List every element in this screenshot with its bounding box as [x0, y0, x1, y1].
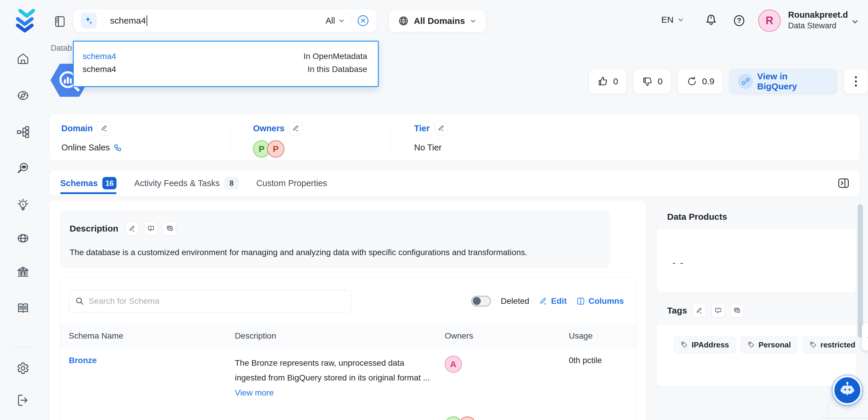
suggestion-label[interactable]: schema4 [83, 65, 116, 74]
tab-schemas[interactable]: Schemas 16 [60, 171, 117, 196]
schema-search-box[interactable] [69, 290, 352, 312]
sidebar-toggle-icon[interactable] [53, 15, 67, 28]
schema-search-input[interactable] [89, 296, 345, 306]
upvote-button[interactable]: 0 [589, 69, 627, 94]
kebab-menu-icon [854, 76, 858, 87]
search-scope-dropdown[interactable]: All [326, 16, 345, 26]
suggestion-item[interactable]: schema4 In OpenMetadata [83, 50, 367, 63]
tier-label: Tier [414, 124, 430, 133]
view-more-link[interactable]: View more [235, 386, 444, 400]
chevron-down-icon [469, 18, 476, 25]
clear-search-icon[interactable] [357, 15, 369, 27]
owners-section: Owners P P [253, 121, 303, 157]
tab-count-badge: 8 [224, 177, 239, 189]
search-input[interactable]: schema4 [110, 16, 147, 26]
tab-activity-feeds[interactable]: Activity Feeds & Tasks 8 [134, 171, 239, 196]
edit-domain-button[interactable] [97, 121, 111, 135]
pencil-icon [539, 297, 548, 305]
nav-settings-icon[interactable] [16, 362, 30, 375]
view-in-bigquery-button[interactable]: View in BigQuery [730, 69, 837, 94]
tab-custom-properties[interactable]: Custom Properties [256, 171, 327, 196]
tag-chip[interactable]: IPAddress [674, 336, 736, 353]
request-tags-icon[interactable]: ? [711, 304, 725, 318]
user-role: Data Steward [788, 21, 848, 31]
description-text: The database is a customized environment… [70, 248, 600, 257]
svg-text:?: ? [737, 17, 741, 25]
nav-domains-icon[interactable] [16, 232, 30, 245]
conversation-threads-icon[interactable] [163, 222, 177, 235]
user-avatar[interactable]: R [758, 9, 781, 32]
nav-explore-icon[interactable] [16, 89, 30, 102]
nav-observability-icon[interactable] [16, 162, 30, 175]
column-header[interactable]: Schema Name [60, 324, 235, 348]
columns-button[interactable]: Columns [577, 296, 624, 306]
edit-owners-button[interactable] [289, 121, 303, 135]
collapse-right-panel-icon[interactable] [837, 176, 850, 190]
tier-value: No Tier [414, 143, 448, 152]
tag-icon [747, 341, 755, 349]
text-caret [147, 16, 147, 26]
suggestion-scope: In OpenMetadata [304, 52, 367, 61]
chatbot-button[interactable] [833, 376, 862, 404]
external-link-icon [738, 74, 753, 89]
nav-insights-icon[interactable] [16, 198, 30, 212]
tag-chip[interactable]: restricted [803, 336, 856, 353]
breadcrumb[interactable]: Datab [51, 44, 72, 53]
openmetadata-logo-icon[interactable] [15, 8, 36, 32]
chevron-down-icon [338, 17, 345, 24]
nav-logout-icon[interactable] [16, 393, 30, 407]
user-name: Rounakpreet.d [788, 9, 848, 21]
score-button[interactable]: 0.9 [678, 69, 723, 94]
column-header[interactable]: Description [235, 324, 444, 348]
language-selector[interactable]: EN [661, 15, 684, 25]
edit-table-button[interactable]: Edit [539, 296, 566, 306]
owner-avatar[interactable]: P [267, 140, 284, 157]
owner-avatar[interactable]: A [445, 356, 462, 373]
tags-conversation-icon[interactable] [730, 304, 744, 318]
suggestion-item[interactable]: schema4 In this Database [83, 63, 367, 76]
tags-card: Tags ? IPAddress Personal restricted [656, 296, 856, 386]
refresh-icon [686, 76, 698, 87]
pencil-icon [696, 307, 703, 314]
downvote-button[interactable]: 0 [633, 69, 671, 94]
nav-govern-icon[interactable] [16, 266, 30, 279]
owner-avatar[interactable]: P [445, 417, 462, 420]
edit-tags-button[interactable] [692, 304, 706, 318]
edit-description-button[interactable] [125, 222, 139, 235]
column-header[interactable]: Usage [569, 324, 637, 348]
column-header[interactable]: Owners [445, 324, 569, 348]
all-domains-dropdown[interactable]: All Domains [389, 10, 486, 32]
schemas-panel: Description The database is a customized… [50, 201, 646, 420]
meta-divider [230, 122, 231, 153]
more-options-button[interactable] [843, 69, 868, 94]
user-menu-chevron-icon[interactable] [850, 17, 860, 26]
entity-tabs: Schemas 16 Activity Feeds & Tasks 8 Cust… [50, 171, 860, 196]
schemas-table: Schema Name Description Owners Usage Bro… [60, 324, 637, 420]
comment-icon[interactable] [144, 222, 158, 235]
global-search-bar[interactable]: schema4 All [73, 9, 377, 32]
tag-icon [680, 341, 688, 349]
svg-text:?: ? [717, 308, 719, 311]
suggestion-label[interactable]: schema4 [83, 52, 116, 61]
help-icon[interactable]: ? [732, 13, 746, 28]
nav-lineage-icon[interactable] [16, 125, 30, 139]
description-card: Description The database is a customized… [60, 210, 610, 268]
chevron-down-icon [677, 16, 684, 23]
data-products-title: Data Products [667, 212, 727, 222]
edit-tier-button[interactable] [434, 121, 448, 135]
tag-chip[interactable]: Personal [741, 336, 798, 353]
suggestion-scope: In this Database [308, 65, 367, 74]
domain-value[interactable]: Online Sales [61, 143, 122, 152]
user-info[interactable]: Rounakpreet.d Data Steward [788, 9, 848, 31]
nav-glossary-icon[interactable] [16, 302, 30, 315]
edge-widget-partial[interactable] [862, 323, 868, 351]
nav-home-icon[interactable] [16, 52, 30, 66]
owner-avatar[interactable]: P [459, 417, 476, 420]
columns-icon [577, 297, 585, 305]
notifications-bell-icon[interactable] [704, 13, 718, 28]
schema-table-card: Deleted Edit Columns Schema Name Descrip… [60, 277, 637, 420]
schema-link[interactable]: Bronze [69, 356, 97, 365]
deleted-toggle[interactable] [471, 296, 491, 306]
tier-section: Tier No Tier [414, 121, 448, 152]
right-panel-scrollbar[interactable] [858, 204, 863, 337]
